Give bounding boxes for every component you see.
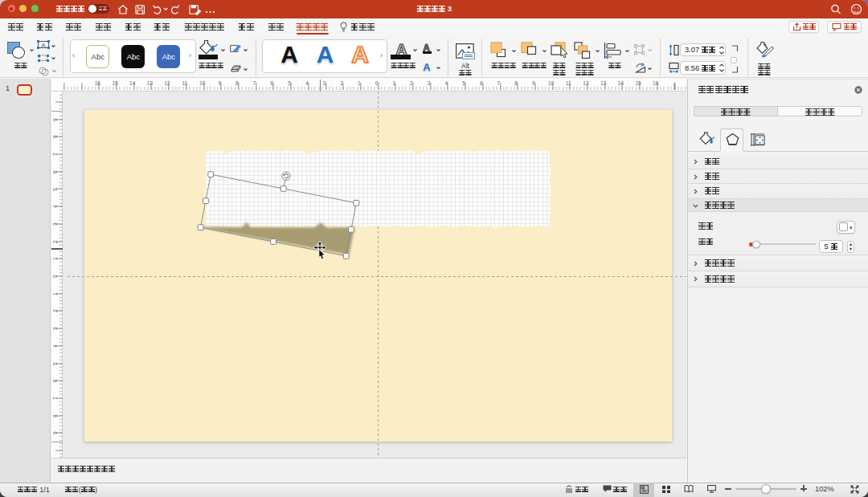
svg-text:A: A bbox=[41, 42, 46, 49]
